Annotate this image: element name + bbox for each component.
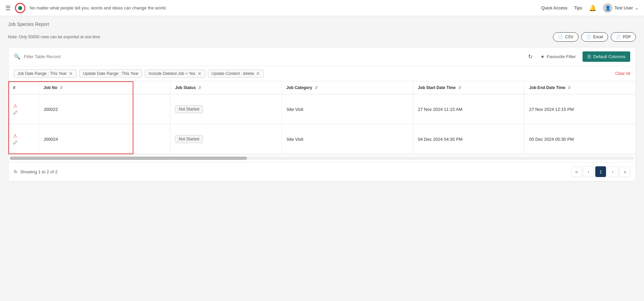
refresh-button[interactable]: ↻ [527, 52, 534, 61]
horizontal-scrollbar[interactable] [8, 154, 636, 162]
excel-icon: 📄 [586, 35, 591, 39]
export-buttons: 📄 CSV 📄 Excel 📄 PDF [553, 32, 636, 42]
star-icon: ★ [541, 54, 545, 59]
col-header-enddate[interactable]: Job End Date Time ⇵ [524, 81, 636, 94]
cell-category-1: Site Visit [282, 94, 413, 124]
table-header-row: # Job No ⇵ Job Status ⇵ Job Category ⇵ [8, 81, 636, 94]
filter-tag-label: Job Date Range : This Year [17, 71, 67, 76]
excel-button[interactable]: 📄 Excel [581, 32, 608, 42]
category-value: Site Visit [287, 137, 303, 142]
cell-hash-1: ⚠ 🖉 [8, 94, 39, 124]
next-page-button[interactable]: › [607, 166, 618, 177]
cell-status-1: Not Started [170, 94, 282, 124]
pdf-button[interactable]: 📄 PDF [611, 32, 636, 42]
filter-tags-bar: Job Date Range : This Year ✕ Update Date… [8, 66, 636, 81]
favourite-filter-button[interactable]: ★ Favourite Filter [537, 52, 579, 61]
end-date-value: 05 Dec 2024 05:30 PM [529, 137, 574, 142]
table-row: ⚠ 🖉 J00024 Not Started [8, 124, 636, 154]
cell-jobno-1[interactable]: J00022 [39, 94, 170, 124]
sort-icon: ⇵ [198, 86, 201, 90]
table-body: ⚠ 🖉 J00022 Not Started [8, 94, 636, 154]
page-controls: « ‹ 1 › » [571, 166, 630, 177]
search-bar: 🔍 ↻ ★ Favourite Filter ☰ Default Columns [8, 47, 636, 66]
alert-icon: ⚠ [13, 133, 17, 138]
category-value: Site Visit [287, 107, 303, 112]
first-page-button[interactable]: « [571, 166, 582, 177]
cell-hash-2: ⚠ 🖉 [8, 124, 39, 154]
prev-page-button[interactable]: ‹ [583, 166, 594, 177]
quick-access-link[interactable]: Quick Access [541, 5, 567, 10]
start-date-value: 04 Dec 2024 04:30 PM [418, 137, 463, 142]
job-no-value: J00024 [44, 137, 58, 142]
default-columns-button[interactable]: ☰ Default Columns [583, 51, 630, 62]
cell-jobno-2[interactable]: J00024 [39, 124, 170, 154]
pagination-refresh-icon[interactable]: ↻ [14, 169, 17, 174]
cell-startdate-1: 27 Nov 2024 11:15 AM [413, 94, 524, 124]
export-bar: Note: Only 50000 rows can be exported at… [8, 32, 636, 42]
table-row: ⚠ 🖉 J00022 Not Started [8, 94, 636, 124]
filter-tag-close[interactable]: ✕ [69, 71, 73, 76]
excel-label: Excel [593, 35, 603, 39]
col-header-category[interactable]: Job Category ⇵ [282, 81, 413, 94]
col-header-jobno[interactable]: Job No ⇵ [39, 81, 170, 94]
filter-tag-update-date-range: Update Date Range : This Year [79, 70, 142, 78]
filter-tag-close[interactable]: ✕ [198, 71, 202, 76]
filter-tag-label: Include Deleted Job = Yes [148, 71, 195, 76]
cell-enddate-1: 27 Nov 2024 12:15 PM [524, 94, 636, 124]
sort-icon: ⇵ [60, 86, 63, 90]
showing-text-area: ↻ Showing 1 to 2 of 2 [14, 169, 57, 174]
nav-tagline: No matter what people tell you, words an… [30, 5, 541, 10]
edit-icon[interactable]: 🖉 [13, 140, 18, 145]
pagination-bar: ↻ Showing 1 to 2 of 2 « ‹ 1 › » [8, 162, 636, 181]
showing-label: Showing 1 to 2 of 2 [20, 169, 57, 174]
tips-link[interactable]: Tips [574, 5, 582, 10]
alert-icon: ⚠ [13, 103, 17, 109]
filter-tag-include-deleted: Include Deleted Job = Yes ✕ [145, 70, 205, 78]
filter-tag-update-content: Update Content : delete ✕ [208, 70, 264, 78]
search-input[interactable] [24, 54, 523, 59]
csv-icon: 📄 [558, 35, 563, 39]
svg-point-1 [18, 6, 22, 10]
notifications-bell[interactable]: 🔔 [589, 4, 596, 12]
default-columns-label: Default Columns [593, 54, 626, 59]
csv-button[interactable]: 📄 CSV [553, 32, 578, 42]
col-header-startdate[interactable]: Job Start Date Time ⇵ [413, 81, 524, 94]
page-title: Job Species Report [8, 22, 636, 27]
columns-icon: ☰ [587, 54, 591, 59]
last-page-button[interactable]: » [619, 166, 630, 177]
nav-right-section: Quick Access Tips 🔔 👤 Test User ⌄ [541, 3, 639, 13]
sort-icon: ⇵ [568, 86, 571, 90]
pdf-label: PDF [623, 35, 631, 39]
export-note: Note: Only 50000 rows can be exported at… [8, 35, 100, 39]
top-navigation: ☰ No matter what people tell you, words … [0, 0, 644, 16]
user-menu[interactable]: 👤 Test User ⌄ [603, 3, 639, 13]
start-date-value: 27 Nov 2024 11:15 AM [418, 107, 462, 112]
sort-icon: ⇵ [458, 86, 461, 90]
user-name: Test User [614, 5, 633, 10]
data-table: # Job No ⇵ Job Status ⇵ Job Category ⇵ [8, 81, 636, 154]
filter-tag-job-date-range: Job Date Range : This Year ✕ [14, 70, 77, 78]
main-content: Job Species Report Note: Only 50000 rows… [0, 16, 644, 187]
cell-status-2: Not Started [170, 124, 282, 154]
job-no-value: J00022 [44, 107, 58, 112]
cell-enddate-2: 05 Dec 2024 05:30 PM [524, 124, 636, 154]
filter-tag-label: Update Content : delete [212, 71, 254, 76]
col-header-status[interactable]: Job Status ⇵ [170, 81, 282, 94]
chevron-down-icon: ⌄ [635, 5, 639, 10]
app-logo [15, 3, 26, 13]
table-wrapper: # Job No ⇵ Job Status ⇵ Job Category ⇵ [8, 81, 636, 154]
col-header-hash: # [8, 81, 39, 94]
search-icon: 🔍 [14, 53, 20, 60]
sort-icon: ⇵ [315, 86, 318, 90]
user-avatar: 👤 [603, 3, 612, 13]
status-badge: Not Started [175, 135, 203, 143]
cell-category-2: Site Visit [282, 124, 413, 154]
pdf-icon: 📄 [616, 35, 621, 39]
csv-label: CSV [565, 35, 573, 39]
hamburger-menu[interactable]: ☰ [5, 4, 11, 12]
edit-icon[interactable]: 🖉 [13, 110, 18, 115]
clear-all-button[interactable]: Clear All [615, 71, 630, 76]
filter-tag-close[interactable]: ✕ [256, 71, 260, 76]
page-1-button[interactable]: 1 [595, 166, 606, 177]
table-card: 🔍 ↻ ★ Favourite Filter ☰ Default Columns… [8, 47, 636, 181]
